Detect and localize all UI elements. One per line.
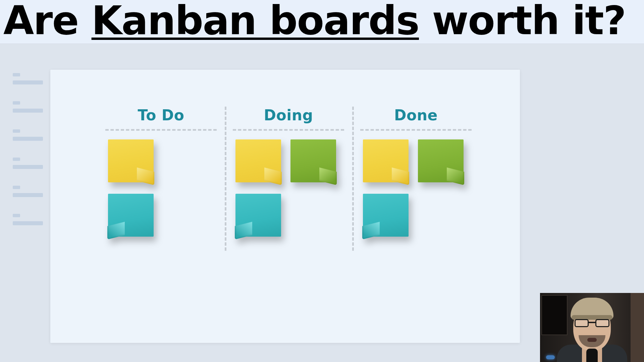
title-pre: Are	[3, 0, 92, 44]
sticky-note-yellow	[235, 139, 281, 182]
column-header: Done	[360, 107, 472, 124]
kanban-column: Doing	[225, 107, 352, 248]
kanban-column: To Do	[97, 107, 225, 248]
sticky-note-green	[290, 139, 336, 182]
column-divider	[105, 129, 217, 131]
sticky-note-green	[418, 139, 464, 182]
title-post: worth it?	[419, 0, 626, 44]
notes-row	[360, 139, 472, 182]
notes-row	[360, 194, 472, 237]
column-header: To Do	[105, 107, 217, 124]
sidebar-placeholder-item	[13, 129, 43, 141]
notes-row	[233, 194, 344, 237]
column-divider	[233, 129, 344, 131]
column-divider	[360, 129, 472, 131]
page-title: Are Kanban boards worth it?	[3, 0, 641, 42]
notes-row	[105, 194, 217, 237]
kanban-board: To DoDoingDone	[50, 70, 520, 343]
sticky-note-yellow	[363, 139, 409, 182]
slide-stage: To DoDoingDone	[0, 53, 644, 362]
presenter-webcam	[540, 293, 644, 362]
title-underlined: Kanban boards	[92, 0, 419, 44]
kanban-columns: To DoDoingDone	[97, 107, 480, 248]
kanban-column: Done	[352, 107, 480, 248]
notes-row	[105, 139, 217, 182]
sidebar-placeholder-item	[13, 73, 43, 84]
sticky-note-yellow	[108, 139, 154, 182]
column-header: Doing	[233, 107, 344, 124]
sticky-note-teal	[235, 194, 281, 237]
sidebar-placeholder	[13, 73, 43, 225]
title-bar: Are Kanban boards worth it?	[0, 0, 644, 44]
sidebar-placeholder-item	[13, 186, 43, 197]
sticky-note-teal	[108, 194, 154, 237]
sidebar-placeholder-item	[13, 214, 43, 225]
sidebar-placeholder-item	[13, 101, 43, 113]
sticky-note-teal	[363, 194, 409, 237]
notes-row	[233, 139, 344, 182]
sidebar-placeholder-item	[13, 158, 43, 169]
